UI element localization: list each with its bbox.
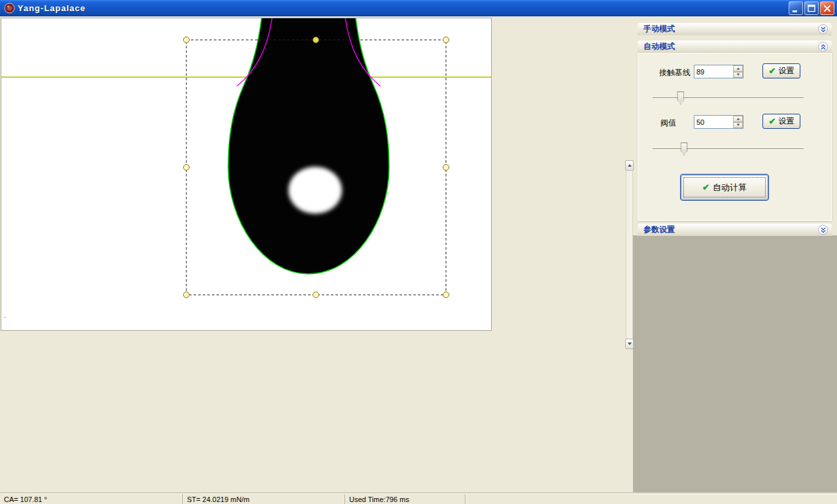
section-title: 自动模式: [643, 41, 675, 52]
selection-handle[interactable]: [313, 292, 319, 298]
chevron-up-icon[interactable]: [818, 42, 828, 52]
arrow-up-icon: [736, 67, 740, 69]
window-title: Yang-Lapalace: [18, 3, 789, 13]
baseline-spinner: [733, 65, 743, 78]
slider-track[interactable]: [653, 97, 804, 99]
baseline-slider-thumb[interactable]: [677, 92, 684, 105]
section-manual-mode[interactable]: 手动模式: [638, 23, 832, 35]
threshold-slider[interactable]: [653, 143, 804, 156]
selection-handle[interactable]: [184, 37, 190, 43]
status-contact-angle: CA= 107.81 °: [0, 494, 183, 504]
arrow-down-icon: [736, 124, 740, 126]
threshold-spin-down[interactable]: [733, 122, 743, 129]
scroll-up-button[interactable]: [625, 160, 634, 171]
status-used-time: Used Time:796 ms: [345, 494, 466, 504]
sidebar-lower-area: [633, 235, 837, 494]
selection-handle[interactable]: [313, 37, 319, 43]
scrollbar-track[interactable]: [626, 171, 633, 339]
set-button-label: 设置: [778, 65, 794, 76]
window-controls: [789, 1, 834, 15]
status-bar: CA= 107.81 ° ST= 24.0219 mN/m Used Time:…: [0, 494, 837, 504]
maximize-button[interactable]: [804, 1, 819, 15]
set-button-label: 设置: [778, 116, 794, 127]
chevron-down-icon[interactable]: [818, 225, 828, 235]
selection-handle[interactable]: [184, 292, 190, 298]
check-icon: ✔: [702, 183, 709, 192]
section-params[interactable]: 参数设置: [638, 224, 832, 236]
slider-track[interactable]: [653, 148, 804, 150]
baseline-input[interactable]: [694, 65, 743, 78]
check-icon: ✔: [769, 117, 776, 126]
status-surface-tension: ST= 24.0219 mN/m: [183, 494, 345, 504]
image-viewer[interactable]: .: [1, 18, 492, 331]
section-title: 手动模式: [643, 24, 675, 35]
baseline-label: 接触基线: [659, 67, 691, 78]
threshold-spin-up[interactable]: [733, 116, 743, 122]
threshold-label: 阀值: [660, 118, 676, 129]
minimize-icon: [791, 4, 800, 13]
viewer-dot: .: [4, 311, 6, 319]
title-bar: Yang-Lapalace: [0, 0, 837, 16]
selection-handle[interactable]: [184, 165, 190, 171]
app-window: Yang-Lapalace: [0, 0, 837, 504]
threshold-input[interactable]: [694, 115, 743, 129]
maximize-icon: [807, 4, 816, 13]
arrow-down-icon: [736, 74, 740, 76]
auto-calc-button[interactable]: ✔ 自动计算: [680, 174, 769, 201]
close-button[interactable]: [820, 1, 834, 15]
threshold-value-field[interactable]: [694, 116, 733, 128]
auto-calc-label: 自动计算: [713, 182, 747, 193]
baseline-slider[interactable]: [653, 92, 804, 105]
baseline-set-button[interactable]: ✔ 设置: [762, 63, 800, 78]
drop-image: [1, 18, 491, 330]
baseline-value-field[interactable]: [694, 65, 733, 78]
section-title: 参数设置: [643, 224, 675, 235]
selection-handle[interactable]: [443, 165, 449, 171]
app-icon: [4, 3, 15, 14]
drop-highlight-core: [294, 171, 336, 208]
arrow-down-icon: [628, 343, 632, 345]
client-area: . 手动模式 自动模式 接触基线: [0, 16, 837, 494]
threshold-slider-thumb[interactable]: [681, 143, 688, 156]
check-icon: ✔: [769, 67, 776, 75]
drop-silhouette: [228, 18, 389, 274]
section-auto-mode[interactable]: 自动模式: [638, 41, 832, 53]
selection-handle[interactable]: [443, 292, 449, 298]
threshold-spinner: [733, 116, 743, 128]
threshold-set-button[interactable]: ✔ 设置: [762, 114, 800, 129]
chevron-down-icon[interactable]: [818, 24, 828, 34]
close-icon: [823, 4, 832, 13]
arrow-up-icon: [628, 164, 632, 167]
selection-handle[interactable]: [443, 37, 449, 43]
baseline-spin-down[interactable]: [733, 72, 743, 78]
auto-mode-panel: 接触基线 ✔ 设置 阀值: [638, 53, 832, 221]
minimize-button[interactable]: [789, 1, 803, 15]
arrow-up-icon: [736, 118, 740, 120]
baseline-spin-up[interactable]: [733, 65, 743, 72]
